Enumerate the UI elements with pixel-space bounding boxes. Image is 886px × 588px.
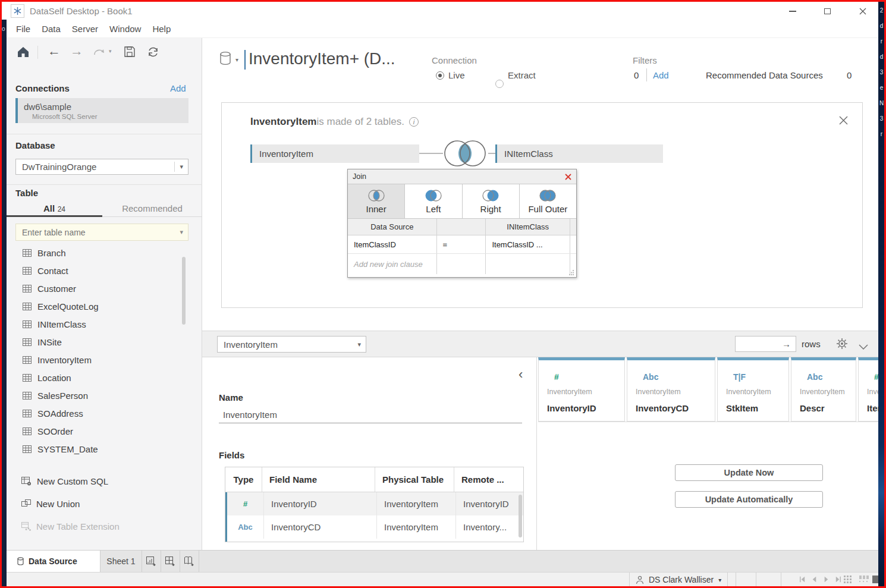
datasource-title[interactable]: InventoryItem+ (D... (249, 49, 395, 68)
table-list-item[interactable]: Location (15, 369, 182, 386)
table-search[interactable]: ▾ (15, 224, 188, 241)
menu-item[interactable]: Help (152, 24, 171, 34)
table-list-item[interactable]: Customer (15, 279, 182, 297)
table-list-item[interactable]: INSite (15, 333, 182, 351)
menu-item[interactable]: Server (72, 24, 98, 34)
prev-page-icon[interactable] (810, 576, 818, 583)
menu-item[interactable]: File (16, 24, 30, 34)
last-page-icon[interactable] (834, 576, 842, 583)
custom-sql-icon (21, 477, 32, 486)
inner-join-venn-icon[interactable] (441, 137, 489, 172)
join-clause-row[interactable]: ItemClassID = ItemClassID ... (348, 235, 576, 254)
recommended-sources-label[interactable]: Recommended Data Sources (706, 70, 823, 80)
join-connector-right (488, 153, 495, 154)
join-type-left[interactable]: Left (405, 184, 462, 218)
update-now-button[interactable]: Update Now (675, 464, 823, 481)
table-list-item[interactable]: SalesPerson (15, 386, 182, 404)
section-divider (7, 134, 202, 134)
left-table-box[interactable]: InventoryItem (250, 144, 419, 163)
datasource-caret-icon[interactable]: ▾ (235, 56, 238, 63)
union-icon (21, 499, 31, 508)
desktop-letter: r (881, 38, 882, 45)
tab-data-source[interactable]: Data Source (7, 551, 100, 572)
maximize-button[interactable] (821, 5, 834, 17)
connection-item[interactable]: dw6\sample Microsoft SQL Server (15, 98, 188, 123)
new-union[interactable]: New Union (15, 495, 188, 512)
new-custom-sql[interactable]: New Custom SQL (15, 472, 188, 490)
apply-arrow-icon[interactable]: → (782, 339, 796, 349)
minimize-button[interactable] (786, 5, 799, 17)
menu-item[interactable]: Window (109, 24, 141, 34)
redo-caret-icon[interactable]: ▾ (109, 48, 112, 54)
filters-add-link[interactable]: Add (653, 70, 669, 80)
row-limit-input[interactable] (736, 339, 782, 349)
gear-icon[interactable] (836, 338, 848, 352)
desktop-background-left: o (1, 20, 7, 586)
field-row[interactable]: # InventoryID InventoryItem InventoryID (225, 492, 523, 515)
list-view-icon[interactable] (859, 576, 869, 586)
join-dialog: Join Inner Left Right Full Out (347, 169, 577, 278)
table-list-item[interactable]: Contact (15, 262, 182, 279)
table-list-item[interactable]: SYSTEM_Date (15, 440, 182, 458)
table-extension-icon (21, 522, 31, 531)
collapse-chevron-icon[interactable]: ‹ (519, 367, 523, 382)
info-icon[interactable]: i (409, 117, 419, 127)
close-button[interactable] (856, 5, 869, 17)
user-dropdown[interactable]: DS Clark Walliser ▾ (629, 573, 728, 587)
field-row[interactable]: Abc InventoryCD InventoryItem Inventory.… (225, 515, 523, 539)
tab-all[interactable]: All 24 (7, 203, 102, 214)
new-story-button[interactable] (180, 551, 199, 572)
table-list-item[interactable]: SOAddress (15, 404, 182, 422)
resize-grip-icon[interactable] (569, 270, 574, 275)
grid-column-header[interactable]: T|F InventoryItem StkItem (717, 357, 789, 422)
radio-live[interactable] (436, 71, 444, 80)
name-value[interactable]: InventoryItem (223, 410, 277, 420)
join-type-inner[interactable]: Inner (348, 184, 405, 218)
forward-icon[interactable]: → (70, 43, 83, 59)
table-list-item[interactable]: InventoryItem (15, 351, 182, 369)
grid-column-header[interactable]: # InventoryItem ItemClassID (858, 357, 878, 422)
desktop-letter: e (880, 84, 884, 91)
join-type-full-outer[interactable]: Full Outer (520, 184, 576, 218)
search-caret-icon[interactable]: ▾ (175, 228, 188, 236)
menu-item[interactable]: Data (42, 24, 61, 34)
grid-view-icon[interactable] (844, 576, 852, 586)
new-worksheet-button[interactable] (142, 551, 161, 572)
table-list-item[interactable]: SOOrder (15, 422, 182, 440)
table-list-item[interactable]: ExcelQuoteLog (15, 297, 182, 315)
fields-scrollbar[interactable] (519, 495, 522, 537)
tab-recommended[interactable]: Recommended (102, 203, 202, 213)
datasource-icon[interactable] (219, 51, 233, 69)
update-automatically-button[interactable]: Update Automatically (675, 491, 823, 508)
canvas-close-icon[interactable] (839, 116, 848, 127)
right-table-box[interactable]: INItemClass (495, 144, 663, 163)
table-list-item[interactable]: Branch (15, 244, 182, 262)
first-page-icon[interactable] (799, 576, 806, 583)
database-select[interactable]: DwTrainingOrange ▾ (15, 159, 188, 175)
next-page-icon[interactable] (822, 576, 830, 583)
radio-extract[interactable] (495, 80, 504, 88)
back-icon[interactable]: ← (48, 43, 61, 59)
add-join-clause-row[interactable]: Add new join clause (348, 254, 576, 274)
new-dashboard-button[interactable] (161, 551, 180, 572)
add-connection-link[interactable]: Add (170, 83, 186, 93)
chevron-down-icon[interactable] (859, 341, 868, 352)
table-search-input[interactable] (16, 228, 175, 237)
home-button[interactable] (17, 46, 30, 61)
refresh-icon[interactable] (147, 46, 159, 61)
join-close-icon[interactable] (565, 174, 571, 180)
join-type-right[interactable]: Right (463, 184, 520, 218)
database-heading: Database (15, 140, 55, 150)
grid-column-header[interactable]: # InventoryItem InventoryID (538, 357, 625, 422)
grid-column-header[interactable]: Abc InventoryItem Descr (791, 357, 856, 422)
tab-sheet-1[interactable]: Sheet 1 (100, 551, 142, 572)
row-limit-field[interactable]: → (735, 336, 796, 352)
column-type-icon: Abc (807, 372, 822, 382)
sidebar: ← → ▾ Connections Add dw6\sample Microso… (7, 38, 202, 550)
table-list-item[interactable]: INItemClass (15, 315, 182, 333)
redo-icon[interactable] (93, 46, 107, 59)
save-icon[interactable] (124, 46, 136, 60)
grid-column-header[interactable]: Abc InventoryItem InventoryCD (627, 357, 715, 422)
table-selector-dropdown[interactable]: InventoryItem ▾ (217, 336, 366, 353)
table-list-scrollbar[interactable] (182, 257, 186, 325)
